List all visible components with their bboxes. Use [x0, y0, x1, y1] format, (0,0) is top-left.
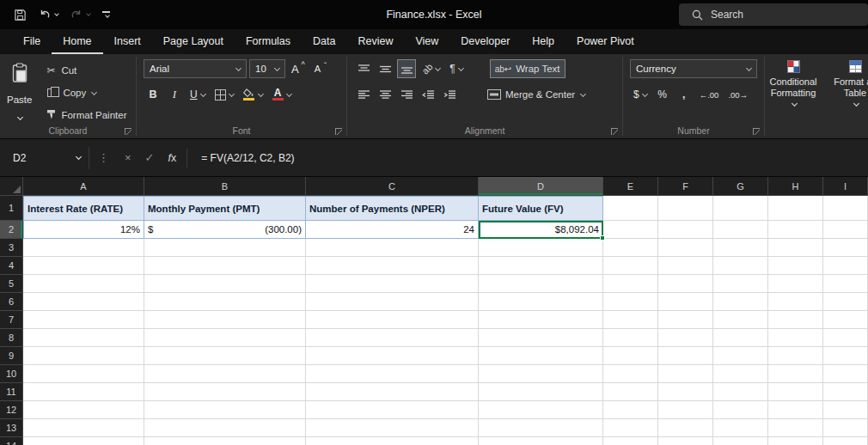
cell-H8[interactable]: [768, 329, 823, 347]
increase-font-size-button[interactable]: A^: [288, 59, 309, 78]
cell-H3[interactable]: [768, 239, 823, 257]
cell-B6[interactable]: [144, 293, 306, 311]
row-header-1[interactable]: 1: [0, 196, 23, 221]
cell-A8[interactable]: [23, 329, 144, 347]
cell-H14[interactable]: [768, 437, 823, 445]
cell-D10[interactable]: [479, 365, 603, 383]
cell-A9[interactable]: [23, 347, 144, 365]
cell-I9[interactable]: [823, 347, 868, 365]
underline-button[interactable]: U: [186, 85, 209, 104]
increase-indent-button[interactable]: [440, 85, 459, 104]
decrease-indent-button[interactable]: [419, 85, 437, 104]
row-header-14[interactable]: 14: [0, 437, 23, 445]
cell-A10[interactable]: [23, 365, 144, 383]
column-header-A[interactable]: A: [23, 177, 144, 196]
comma-style-button[interactable]: ,: [675, 85, 694, 104]
column-header-H[interactable]: H: [768, 177, 823, 196]
cell-E7[interactable]: [603, 311, 658, 329]
cell-C10[interactable]: [306, 365, 479, 383]
insert-function-button[interactable]: fx: [168, 152, 177, 164]
cell-I1[interactable]: [823, 196, 868, 221]
tab-home[interactable]: Home: [52, 29, 102, 54]
cell-D4[interactable]: [479, 257, 603, 275]
tab-help[interactable]: Help: [521, 29, 565, 54]
cell-B13[interactable]: [144, 419, 306, 437]
cell-D13[interactable]: [479, 419, 603, 437]
cell-F8[interactable]: [658, 329, 713, 347]
cell-A13[interactable]: [23, 419, 144, 437]
font-color-button[interactable]: A: [269, 85, 295, 104]
cell-C5[interactable]: [306, 275, 479, 293]
percent-style-button[interactable]: %: [653, 85, 672, 104]
cell-G5[interactable]: [713, 275, 768, 293]
cell-B8[interactable]: [144, 329, 306, 347]
cell-D1[interactable]: Future Value (FV): [479, 196, 603, 221]
cell-B14[interactable]: [144, 437, 306, 445]
cell-G7[interactable]: [713, 311, 768, 329]
cell-E4[interactable]: [603, 257, 658, 275]
cell-D7[interactable]: [479, 311, 603, 329]
tab-data[interactable]: Data: [302, 29, 346, 54]
cell-E9[interactable]: [603, 347, 658, 365]
row-header-2[interactable]: 2: [0, 221, 23, 239]
cell-B10[interactable]: [144, 365, 306, 383]
cell-D11[interactable]: [479, 383, 603, 401]
formula-bar-handle[interactable]: ⋮: [98, 151, 109, 164]
row-header-10[interactable]: 10: [0, 365, 23, 383]
clipboard-dialog-launcher[interactable]: [125, 128, 131, 135]
tab-view[interactable]: View: [404, 29, 449, 54]
cell-E5[interactable]: [603, 275, 658, 293]
align-left-button[interactable]: [354, 85, 373, 104]
cut-button[interactable]: ✂ Cut: [40, 61, 131, 80]
search-box[interactable]: Search: [679, 3, 868, 26]
cell-C7[interactable]: [306, 311, 479, 329]
cell-H9[interactable]: [768, 347, 823, 365]
cell-E6[interactable]: [603, 293, 658, 311]
cell-I13[interactable]: [823, 419, 868, 437]
column-header-F[interactable]: F: [658, 177, 713, 196]
cell-A5[interactable]: [23, 275, 144, 293]
cell-G3[interactable]: [713, 239, 768, 257]
cell-D9[interactable]: [479, 347, 603, 365]
text-direction-button[interactable]: ¶: [446, 59, 466, 78]
cell-D6[interactable]: [479, 293, 603, 311]
row-header-8[interactable]: 8: [0, 329, 23, 347]
format-painter-button[interactable]: Format Painter: [40, 106, 131, 125]
cell-I2[interactable]: [823, 221, 868, 239]
cell-I8[interactable]: [823, 329, 868, 347]
middle-align-button[interactable]: [376, 59, 394, 78]
cell-C11[interactable]: [306, 383, 479, 401]
cell-B9[interactable]: [144, 347, 306, 365]
cell-H10[interactable]: [768, 365, 823, 383]
cell-C13[interactable]: [306, 419, 479, 437]
cell-A7[interactable]: [23, 311, 144, 329]
bold-button[interactable]: B: [144, 85, 162, 104]
cell-I12[interactable]: [823, 401, 868, 419]
cell-C6[interactable]: [306, 293, 479, 311]
cell-H11[interactable]: [768, 383, 823, 401]
font-name-select[interactable]: Arial: [144, 59, 247, 78]
alignment-dialog-launcher[interactable]: [611, 128, 618, 135]
cell-F13[interactable]: [658, 419, 713, 437]
align-center-button[interactable]: [376, 85, 394, 104]
italic-button[interactable]: I: [165, 85, 184, 104]
tab-page-layout[interactable]: Page Layout: [152, 29, 235, 54]
cell-G8[interactable]: [713, 329, 768, 347]
cell-B2[interactable]: $(300.00): [144, 221, 306, 239]
fill-color-button[interactable]: [240, 85, 266, 104]
cell-G9[interactable]: [713, 347, 768, 365]
cell-A11[interactable]: [23, 383, 144, 401]
row-header-13[interactable]: 13: [0, 419, 23, 437]
cell-F5[interactable]: [658, 275, 713, 293]
merge-center-button[interactable]: Merge & Center: [482, 85, 590, 104]
cell-D14[interactable]: [479, 437, 603, 445]
cell-H1[interactable]: [768, 196, 823, 221]
cell-F12[interactable]: [658, 401, 713, 419]
tab-file[interactable]: File: [12, 29, 52, 54]
cell-B5[interactable]: [144, 275, 306, 293]
tab-developer[interactable]: Developer: [449, 29, 521, 54]
orientation-button[interactable]: ab: [419, 59, 443, 78]
cell-C3[interactable]: [306, 239, 479, 257]
cell-G2[interactable]: [713, 221, 768, 239]
column-header-C[interactable]: C: [306, 177, 479, 196]
